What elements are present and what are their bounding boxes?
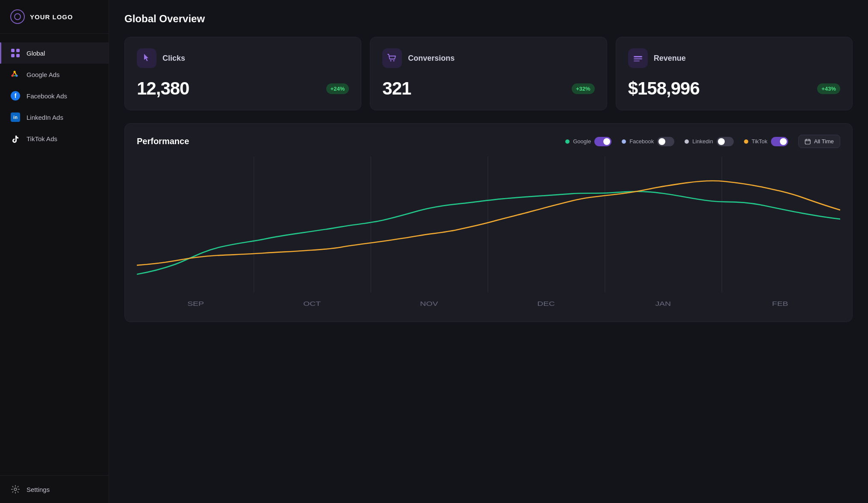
toggle-group-facebook: Facebook [622,137,674,146]
toggle-group-linkedin: Linkedin [685,137,733,146]
main-content: Global Overview Clicks 12,380 +24% [109,0,868,503]
revenue-value: $158,996 [628,78,700,99]
sidebar-label-linkedin-ads: LinkedIn Ads [27,114,63,121]
sidebar-bottom: Settings [0,475,109,503]
tiktok-dot [744,139,748,144]
toggle-group-tiktok: TikTok [744,137,788,146]
card-header-clicks: Clicks [137,48,349,68]
sidebar-item-tiktok-ads[interactable]: TikTok Ads [0,128,109,149]
conversions-value-row: 321 +32% [382,78,594,99]
revenue-icon-wrap [628,48,648,68]
performance-controls: Google Facebook Linkedin [565,135,840,148]
conversions-icon-wrap [382,48,402,68]
metric-card-revenue: Revenue $158,996 +43% [616,37,853,110]
clicks-icon-wrap [137,48,156,68]
calendar-icon [805,139,811,145]
sidebar-label-facebook-ads: Facebook Ads [27,92,67,100]
svg-text:NOV: NOV [420,301,438,308]
conversions-value: 321 [382,78,411,99]
page-title: Global Overview [124,13,853,25]
svg-rect-1 [16,49,20,52]
sidebar-item-google-ads[interactable]: Google Ads [0,64,109,85]
svg-rect-3 [16,54,20,57]
facebook-ads-icon: f [10,91,21,101]
svg-text:SEP: SEP [187,301,204,308]
svg-rect-0 [11,49,15,52]
metric-cards: Clicks 12,380 +24% Conversions [124,37,853,110]
all-time-label: All Time [814,138,834,145]
cart-icon [387,53,397,63]
svg-point-8 [390,60,392,62]
performance-title: Performance [137,136,189,146]
svg-text:JAN: JAN [655,301,671,308]
svg-point-9 [393,60,395,62]
google-toggle-thumb [603,138,610,145]
svg-rect-13 [805,139,810,144]
svg-text:DEC: DEC [537,301,555,308]
tiktok-toggle[interactable] [771,137,788,146]
linkedin-toggle-thumb [718,138,725,145]
google-ads-icon [10,69,21,80]
conversions-label: Conversions [408,54,455,63]
logo-icon [10,9,25,24]
facebook-dot [622,139,626,144]
settings-label: Settings [27,486,50,493]
linkedin-ads-icon: in [10,112,21,122]
nav-section: Global Google Ads f Facebook Ads [0,34,109,475]
svg-point-7 [14,488,17,491]
sidebar-item-linkedin-ads[interactable]: in LinkedIn Ads [0,107,109,128]
svg-point-6 [14,71,16,73]
tiktok-toggle-thumb [780,138,787,145]
settings-icon [10,484,21,494]
svg-rect-10 [634,56,642,57]
facebook-toggle-thumb [658,138,665,145]
svg-rect-12 [634,60,640,62]
sidebar-item-global[interactable]: Global [0,42,109,64]
revenue-badge: +43% [817,83,840,94]
conversions-badge: +32% [572,83,595,94]
sidebar-item-facebook-ads[interactable]: f Facebook Ads [0,85,109,107]
performance-header: Performance Google Facebook [137,135,840,148]
tiktok-toggle-label: TikTok [752,138,768,145]
logo-area: YOUR LOGO [0,0,109,34]
clicks-badge: +24% [326,83,349,94]
settings-item[interactable]: Settings [10,484,98,494]
money-icon [633,53,643,63]
performance-section: Performance Google Facebook [124,123,853,322]
metric-card-clicks: Clicks 12,380 +24% [124,37,361,110]
revenue-label: Revenue [654,54,686,63]
toggle-group-google: Google [565,137,611,146]
sidebar-label-tiktok-ads: TikTok Ads [27,135,57,142]
logo-inner-circle [14,13,21,20]
google-dot [565,139,570,144]
logo-text: YOUR LOGO [30,13,73,21]
facebook-toggle-label: Facebook [629,138,654,145]
card-header-revenue: Revenue [628,48,840,68]
linkedin-toggle[interactable] [717,137,734,146]
card-header-conversions: Conversions [382,48,594,68]
sidebar-label-global: Global [27,50,45,57]
svg-point-5 [16,75,18,77]
grid-icon [10,48,21,58]
svg-text:FEB: FEB [772,301,788,308]
metric-card-conversions: Conversions 321 +32% [370,37,607,110]
performance-chart: SEP OCT NOV DEC JAN FEB [137,157,840,311]
google-toggle-label: Google [573,138,591,145]
svg-point-4 [12,75,14,77]
sidebar-label-google-ads: Google Ads [27,71,60,78]
all-time-button[interactable]: All Time [798,135,840,148]
clicks-value: 12,380 [137,78,189,99]
linkedin-dot [685,139,689,144]
cursor-icon [142,53,152,63]
linkedin-toggle-label: Linkedin [692,138,713,145]
chart-area: SEP OCT NOV DEC JAN FEB [137,157,840,311]
revenue-value-row: $158,996 +43% [628,78,840,99]
clicks-label: Clicks [162,54,185,63]
facebook-toggle[interactable] [657,137,674,146]
tiktok-ads-icon [10,133,21,144]
google-toggle[interactable] [594,137,611,146]
svg-rect-2 [11,54,15,57]
svg-text:OCT: OCT [303,301,321,308]
svg-rect-11 [634,58,642,59]
clicks-value-row: 12,380 +24% [137,78,349,99]
